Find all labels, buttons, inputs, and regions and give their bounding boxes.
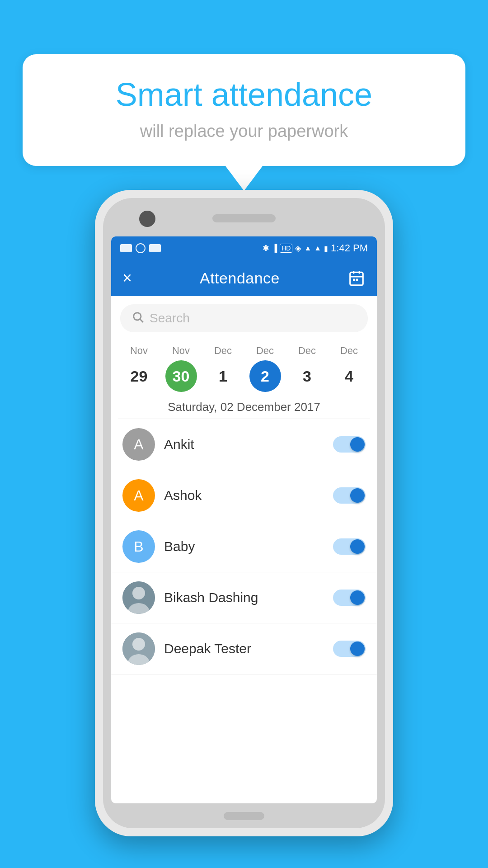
avatar — [122, 581, 155, 614]
bubble-subtitle: will replace your paperwork — [50, 122, 438, 141]
attendance-item: AAnkit — [111, 419, 377, 470]
person-name: Ankit — [164, 437, 324, 452]
phone-home-button[interactable] — [224, 812, 264, 820]
person-name: Ashok — [164, 488, 324, 503]
cal-day-number[interactable]: 29 — [123, 360, 155, 392]
signal1-icon: ▲ — [304, 244, 311, 252]
avatar — [122, 632, 155, 665]
phone-screen: ✱ ▐ HD ◈ ▲ ▲ ▮ 1:42 PM × Attendance — [111, 236, 377, 803]
signal-icon: ▐ — [272, 244, 277, 252]
cal-day-number[interactable]: 2 — [249, 360, 281, 392]
person-name: Baby — [164, 539, 324, 554]
close-button[interactable]: × — [122, 269, 132, 288]
app-header: × Attendance — [111, 260, 377, 296]
attendance-toggle[interactable] — [333, 641, 366, 657]
attendance-item: AAshok — [111, 470, 377, 521]
attendance-item: BBaby — [111, 521, 377, 572]
status-bar: ✱ ▐ HD ◈ ▲ ▲ ▮ 1:42 PM — [111, 236, 377, 260]
refresh-icon — [136, 243, 145, 253]
calendar-day-30[interactable]: Nov30 — [161, 345, 201, 392]
attendance-list: AAnkitAAshokBBaby Bikash Dashing Deepak … — [111, 419, 377, 675]
phone-inner: ✱ ▐ HD ◈ ▲ ▲ ▮ 1:42 PM × Attendance — [103, 198, 385, 828]
search-input[interactable]: Search — [150, 311, 190, 326]
cal-month-label: Dec — [340, 345, 358, 357]
calendar-icon[interactable] — [347, 269, 366, 287]
attendance-item: Deepak Tester — [111, 623, 377, 675]
cal-day-number[interactable]: 30 — [165, 360, 197, 392]
svg-rect-5 — [356, 279, 358, 281]
speech-bubble: Smart attendance will replace your paper… — [23, 54, 465, 166]
svg-point-12 — [132, 638, 145, 651]
attendance-item: Bikash Dashing — [111, 572, 377, 623]
search-icon — [131, 311, 144, 326]
attendance-toggle[interactable] — [333, 436, 366, 453]
status-icons-left — [120, 243, 161, 253]
image-icon — [149, 244, 161, 252]
svg-point-9 — [132, 587, 145, 599]
cal-month-label: Dec — [256, 345, 274, 357]
avatar: B — [122, 530, 155, 563]
cal-day-number[interactable]: 1 — [207, 360, 239, 392]
cal-day-number[interactable]: 3 — [291, 360, 323, 392]
cal-day-number[interactable]: 4 — [333, 360, 365, 392]
calendar-day-2[interactable]: Dec2 — [245, 345, 285, 392]
cal-month-label: Dec — [298, 345, 316, 357]
header-title: Attendance — [200, 269, 280, 287]
selected-date-label: Saturday, 02 December 2017 — [111, 392, 377, 419]
phone-speaker — [212, 214, 276, 222]
youtube-icon — [120, 244, 132, 252]
battery-icon: ▮ — [324, 244, 328, 253]
calendar-day-1[interactable]: Dec1 — [203, 345, 243, 392]
svg-rect-4 — [353, 279, 355, 281]
phone-outer: ✱ ▐ HD ◈ ▲ ▲ ▮ 1:42 PM × Attendance — [95, 190, 393, 836]
phone-mockup: ✱ ▐ HD ◈ ▲ ▲ ▮ 1:42 PM × Attendance — [95, 190, 393, 836]
cal-month-label: Nov — [130, 345, 148, 357]
bubble-title: Smart attendance — [50, 77, 438, 113]
avatar: A — [122, 479, 155, 512]
svg-line-7 — [140, 319, 143, 322]
svg-rect-0 — [350, 272, 363, 285]
calendar-day-29[interactable]: Nov29 — [119, 345, 159, 392]
person-name: Deepak Tester — [164, 641, 324, 656]
calendar-day-3[interactable]: Dec3 — [287, 345, 327, 392]
svg-point-6 — [134, 312, 141, 320]
attendance-toggle[interactable] — [333, 538, 366, 555]
cal-month-label: Nov — [172, 345, 190, 357]
person-name: Bikash Dashing — [164, 590, 324, 605]
phone-camera — [139, 211, 155, 227]
signal2-icon: ▲ — [314, 244, 321, 252]
search-bar[interactable]: Search — [120, 304, 368, 332]
attendance-toggle[interactable] — [333, 590, 366, 606]
status-icons-right: ✱ ▐ HD ◈ ▲ ▲ ▮ 1:42 PM — [263, 242, 368, 254]
status-time: 1:42 PM — [331, 242, 368, 254]
attendance-toggle[interactable] — [333, 487, 366, 504]
calendar-day-4[interactable]: Dec4 — [329, 345, 369, 392]
avatar: A — [122, 428, 155, 461]
bluetooth-icon: ✱ — [263, 243, 269, 253]
calendar-strip: Nov29Nov30Dec1Dec2Dec3Dec4 — [111, 340, 377, 392]
cal-month-label: Dec — [214, 345, 232, 357]
hd-badge: HD — [280, 244, 292, 253]
wifi-icon: ◈ — [295, 243, 301, 253]
